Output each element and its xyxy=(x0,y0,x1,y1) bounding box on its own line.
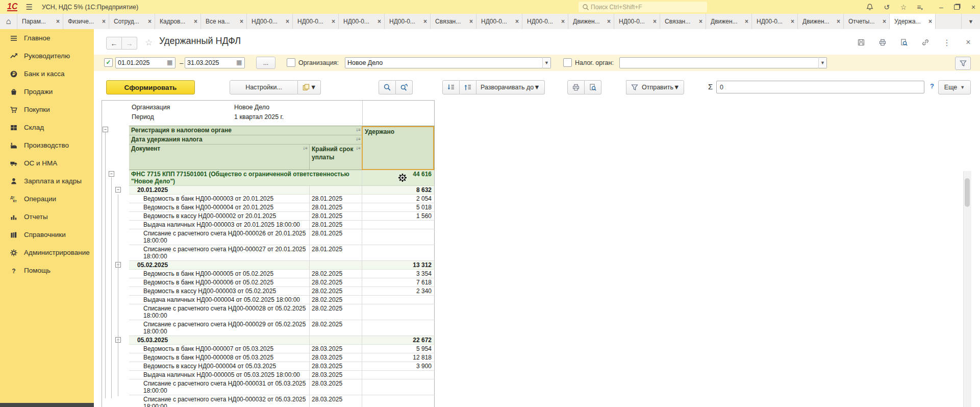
tab-close-icon[interactable]: × xyxy=(148,18,152,25)
help-button[interactable]: ? xyxy=(930,82,934,90)
table-cell[interactable]: Ведомость в банк НД00-000004 от 20.01.20… xyxy=(129,203,310,212)
sidebar-item-продажи[interactable]: Продажи xyxy=(0,83,94,101)
scrollbar-thumb[interactable] xyxy=(965,178,970,207)
table-cell[interactable]: Списание с расчетного счета НД00-000029 … xyxy=(129,320,310,336)
table-cell[interactable]: Ведомость в банк НД00-000005 от 05.02.20… xyxy=(129,270,310,278)
table-cell[interactable]: 12 818 xyxy=(362,353,435,362)
sidebar-item-ос-и-нма[interactable]: ОС и НМА xyxy=(0,154,94,172)
tab[interactable]: НД00-0...× xyxy=(522,14,568,29)
tab-close-icon[interactable]: × xyxy=(469,18,473,25)
table-cell[interactable]: 28.03.2025 xyxy=(310,362,362,371)
table-cell[interactable]: 1 560 xyxy=(362,212,435,221)
close-report-button[interactable]: × xyxy=(964,38,973,47)
organization-dropdown-arrow[interactable]: ▼ xyxy=(542,57,551,68)
table-cell[interactable]: 28.03.2025 xyxy=(310,371,362,379)
tab[interactable]: Физиче...× xyxy=(63,14,109,29)
table-row-document[interactable]: Ведомость в банк НД00-000003 от 20.01.20… xyxy=(102,195,435,203)
print-icon[interactable] xyxy=(878,38,887,47)
collapse-groups-button[interactable] xyxy=(460,80,476,94)
tab-close-icon[interactable]: × xyxy=(883,18,886,25)
header-registration[interactable]: Регистрация в налоговом органе ↓≡ xyxy=(129,126,362,135)
table-cell[interactable]: Списание с расчетного счета НД00-000028 … xyxy=(129,304,310,320)
autosum-field[interactable] xyxy=(716,81,924,93)
more-actions-button[interactable]: Еще▼ xyxy=(938,80,971,94)
table-cell[interactable]: Выдача наличных НД00-000005 от 05.03.202… xyxy=(129,371,310,379)
table-cell[interactable]: Ведомость в банк НД00-000006 от 05.02.20… xyxy=(129,278,310,287)
table-cell[interactable]: Ведомость в банк НД00-000008 от 05.03.20… xyxy=(129,353,310,362)
sidebar-item-администрирование[interactable]: Администрирование xyxy=(0,244,94,261)
table-cell[interactable] xyxy=(362,304,435,320)
header-hold-date[interactable]: Дата удержания налога ↓≡ xyxy=(129,135,362,145)
table-cell[interactable]: 28.02.2025 xyxy=(310,296,362,304)
send-button[interactable]: Отправить▼ xyxy=(626,80,684,94)
table-cell[interactable]: 2 054 xyxy=(362,195,435,203)
tab[interactable]: НД00-0...× xyxy=(247,14,293,29)
tab[interactable]: Парам...× xyxy=(17,14,63,29)
tab-close-icon[interactable]: × xyxy=(332,18,335,25)
tax-authority-dropdown-arrow[interactable]: ▼ xyxy=(818,57,827,68)
table-cell[interactable] xyxy=(362,221,435,229)
table-row-document[interactable]: Ведомость в банк НД00-000008 от 05.03.20… xyxy=(102,353,435,362)
table-cell[interactable]: 5 954 xyxy=(362,345,435,353)
organization-input[interactable] xyxy=(345,57,543,68)
table-cell[interactable]: 28.01.2025 xyxy=(310,212,362,221)
table-cell[interactable]: 28.02.2025 xyxy=(310,278,362,287)
tax-authority-checkbox[interactable] xyxy=(563,58,572,67)
table-row-document[interactable]: Ведомость в банк НД00-000004 от 20.01.20… xyxy=(102,203,435,212)
tab-close-icon[interactable]: × xyxy=(102,18,106,25)
expand-to-button[interactable]: Разворачивать до▼ xyxy=(476,80,545,94)
table-row-document[interactable]: Выдача наличных НД00-000005 от 05.03.202… xyxy=(102,371,435,379)
table-cell[interactable] xyxy=(310,336,362,345)
restore-button[interactable] xyxy=(951,2,962,12)
report-variants-button[interactable]: ▼ xyxy=(298,80,321,94)
tab[interactable]: НД00-0...× xyxy=(385,14,431,29)
table-cell[interactable]: 05.02.2025 xyxy=(129,261,310,270)
table-cell[interactable]: 28.03.2025 xyxy=(310,379,362,395)
tab-close-icon[interactable]: × xyxy=(194,18,197,25)
tab[interactable]: Связан...× xyxy=(431,14,476,29)
tab-close-icon[interactable]: × xyxy=(286,18,289,25)
tab-close-icon[interactable]: × xyxy=(607,18,611,25)
find-next-button[interactable] xyxy=(396,80,413,94)
sidebar-item-отчеты[interactable]: Отчеты xyxy=(0,208,94,226)
table-cell[interactable]: 3 354 xyxy=(362,270,435,278)
tab[interactable]: НД00-0...× xyxy=(476,14,522,29)
header-deadline[interactable]: Крайний срок уплаты ↓≡ xyxy=(310,145,362,170)
table-cell[interactable]: Списание с расчетного счета НД00-000027 … xyxy=(129,245,310,261)
close-app-button[interactable]: × xyxy=(968,2,979,12)
table-cell[interactable]: 3 900 xyxy=(362,362,435,371)
tab[interactable]: Кадров...× xyxy=(155,14,201,29)
table-cell[interactable]: 5 018 xyxy=(362,203,435,212)
table-cell[interactable]: 28.01.2025 xyxy=(310,229,362,245)
print-button[interactable] xyxy=(567,80,585,94)
home-tab[interactable]: ⌂ xyxy=(0,14,17,29)
sidebar-item-главное[interactable]: Главное xyxy=(0,29,94,47)
tab[interactable]: Движен...× xyxy=(798,14,844,29)
tab-close-icon[interactable]: × xyxy=(791,18,794,25)
calendar-icon[interactable]: ▦ xyxy=(167,59,173,66)
tab-close-icon[interactable]: × xyxy=(240,18,243,25)
table-row-document[interactable]: Списание с расчетного счета НД00-000026 … xyxy=(102,229,435,245)
tab[interactable]: Отчеты...× xyxy=(844,14,890,29)
tab[interactable]: НД00-0...× xyxy=(614,14,660,29)
minimize-button[interactable]: – xyxy=(936,2,947,12)
table-row-document[interactable]: Ведомость в банк НД00-000005 от 05.02.20… xyxy=(102,270,435,278)
info-organization[interactable]: ОрганизацияНовое Дело xyxy=(129,103,434,112)
collapse-all-button[interactable]: − xyxy=(103,127,108,132)
table-row-document[interactable]: Списание с расчетного счета НД00-000027 … xyxy=(102,245,435,261)
table-cell[interactable]: 28.01.2025 xyxy=(310,245,362,261)
tab[interactable]: Связан...× xyxy=(660,14,706,29)
period-checkbox[interactable]: ✓ xyxy=(104,58,113,67)
table-cell[interactable] xyxy=(310,261,362,270)
notifications-bell-icon[interactable] xyxy=(864,2,875,12)
table-cell[interactable] xyxy=(362,379,435,395)
table-cell[interactable] xyxy=(362,229,435,245)
sidebar-item-зарплата-и-кадры[interactable]: Зарплата и кадры xyxy=(0,172,94,190)
table-cell[interactable]: 28.03.2025 xyxy=(310,353,362,362)
table-cell[interactable]: 28.01.2025 xyxy=(310,203,362,212)
table-cell[interactable]: Ведомость в кассу НД00-000003 от 05.02.2… xyxy=(129,287,310,296)
table-row-document[interactable]: Ведомость в банк НД00-000007 от 05.03.20… xyxy=(102,345,435,353)
table-cell[interactable]: 28.02.2025 xyxy=(310,320,362,336)
table-cell[interactable]: Выдача наличных НД00-000004 от 05.02.202… xyxy=(129,296,310,304)
table-cell[interactable]: 05.03.2025 xyxy=(129,336,310,345)
